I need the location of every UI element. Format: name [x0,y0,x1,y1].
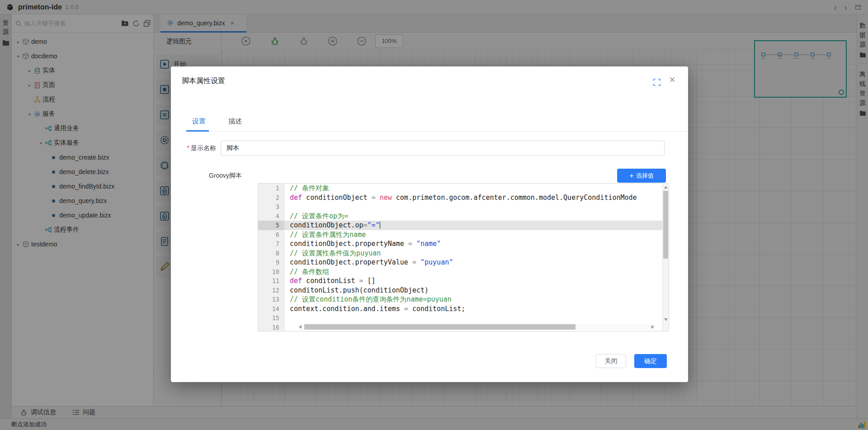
code-line-11[interactable]: def conditonList = [] [284,276,662,286]
display-name-input[interactable] [221,141,665,156]
tab-active-indicator [186,130,209,132]
line-number[interactable]: 7 [258,239,284,249]
line-number[interactable]: 8 [258,249,284,258]
line-number[interactable]: 14 [258,304,284,314]
line-number[interactable]: 11 [258,276,284,286]
scroll-right-arrow[interactable] [651,325,654,329]
line-number[interactable]: 13 [258,295,284,304]
line-number[interactable]: 2 [258,193,284,203]
code-line-3[interactable] [284,202,662,212]
line-number[interactable]: 6 [258,230,284,240]
line-number[interactable]: 3 [258,202,284,212]
dialog-title: 脚本属性设置 [182,76,225,86]
vscroll-thumb[interactable] [663,191,668,259]
select-value-button[interactable]: +选择值 [617,169,666,183]
tab-settings[interactable]: 设置 [192,117,206,126]
line-number[interactable]: 15 [258,313,284,323]
line-number[interactable]: 16 [258,323,284,332]
groovy-script-label: Groovy脚本 [209,172,242,180]
code-line-14[interactable]: context.condition.and.items = conditonLi… [284,304,662,314]
line-number[interactable]: 1 [258,184,284,193]
code-line-6[interactable]: // 设置条件属性为name [284,230,662,240]
close-button[interactable]: 关闭 [596,354,626,368]
line-number[interactable]: 10 [258,267,284,277]
close-icon[interactable]: × [669,74,675,85]
line-number[interactable]: 5 [258,221,284,230]
code-line-12[interactable]: conditonList.push(conditionObject) [284,286,662,295]
code-line-9[interactable]: conditionObject.propertyValue = "puyuan" [284,258,662,267]
scroll-up-arrow[interactable] [664,186,668,189]
line-number[interactable]: 9 [258,258,284,267]
app-window: primeton-ide 1.0.0 ‹ › 资源 ▸demo▾docdemo▸… [0,0,868,430]
code-area[interactable]: // 条件对象def conditionObject = new com.pri… [284,184,662,331]
code-line-10[interactable]: // 条件数组 [284,267,662,277]
tab-divider [186,131,688,132]
required-star: * [187,144,189,151]
code-line-15[interactable] [284,313,662,323]
script-properties-dialog: 脚本属性设置 × 设置 描述 *显示名称 Groovy脚本 +选择值 12345… [171,66,688,382]
line-number[interactable]: 4 [258,212,284,221]
maximize-icon[interactable] [653,79,660,86]
scroll-down-arrow[interactable] [664,318,668,321]
code-line-13[interactable]: // 设置condition条件的查询条件为name=puyuan [284,295,662,304]
code-line-2[interactable]: def conditionObject = new com.primeton.g… [284,193,662,203]
line-number[interactable]: 12 [258,286,284,295]
plus-icon: + [629,172,633,180]
vertical-scrollbar[interactable] [662,184,669,331]
code-line-5[interactable]: conditionObject.op="=" [284,221,662,230]
ok-button[interactable]: 确定 [634,354,667,368]
code-line-8[interactable]: // 设置属性条件值为puyuan [284,249,662,258]
display-name-label: *显示名称 [171,144,216,152]
code-line-1[interactable]: // 条件对象 [284,184,662,193]
groovy-code-editor[interactable]: 12345678910111213141516 // 条件对象def condi… [258,183,669,331]
code-line-4[interactable]: // 设置条件op为= [284,212,662,221]
horizontal-scrollbar[interactable] [298,324,655,330]
line-number-gutter: 12345678910111213141516 [258,184,284,331]
text-cursor [380,222,381,229]
hscroll-thumb[interactable] [304,324,576,330]
tab-description[interactable]: 描述 [228,117,242,126]
scroll-left-arrow[interactable] [299,325,302,329]
code-line-7[interactable]: conditionObject.propertyName = "name" [284,239,662,249]
